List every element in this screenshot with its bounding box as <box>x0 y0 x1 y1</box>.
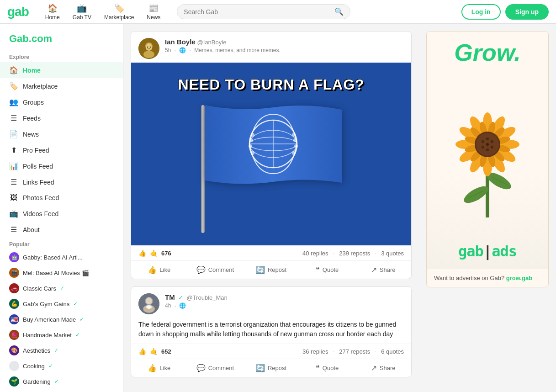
nav-news[interactable]: 📰 News <box>141 1 166 22</box>
post-replies-2[interactable]: 36 replies <box>302 348 328 355</box>
sidebar-item-news[interactable]: 📄 News <box>0 126 123 142</box>
post-reposts-1[interactable]: 239 reposts <box>339 250 370 257</box>
site-logo: gab <box>7 5 29 19</box>
repost-action-2[interactable]: 🔄 Repost <box>243 359 299 377</box>
post-quotes-2[interactable]: 6 quotes <box>381 348 404 355</box>
main-feed: Ian Boyle @IanBoyle 5h · 🌐 · Memes, meme… <box>123 24 419 392</box>
ad-image-area: Grow. <box>427 32 548 269</box>
nav-news-label: News <box>147 14 160 21</box>
nav-home[interactable]: 🏠 Home <box>40 1 65 22</box>
sidebar-item-gardening[interactable]: 🌱 Gardening ✓ <box>0 374 123 389</box>
post-reposts-2[interactable]: 277 reposts <box>339 348 370 355</box>
login-button[interactable]: Log in <box>461 4 501 20</box>
sidebar-item-gabby[interactable]: 🤖 Gabby: Based AI Arti... <box>0 249 123 265</box>
username-text-2[interactable]: TM <box>165 293 175 301</box>
gardening-label: Gardening <box>23 378 51 385</box>
gardening-verified: ✓ <box>54 378 59 385</box>
handle-text-1: @IanBoyle <box>197 39 227 46</box>
post-like-emoji-1: 👍 <box>138 249 146 257</box>
buyamerican-avatar: 🇺🇸 <box>9 314 19 324</box>
comment-icon-2: 💬 <box>196 364 206 372</box>
sidebar-item-mel[interactable]: 🎬 Mel: Based AI Movies 🎬 <box>0 265 123 281</box>
sidebar-item-feeds[interactable]: ☰ Feeds <box>0 110 123 126</box>
feeds-icon: ☰ <box>9 114 18 122</box>
quote-label-1: Quote <box>323 266 339 273</box>
sidebar-item-profeed[interactable]: ⬆ Pro Feed <box>0 142 123 158</box>
signup-button[interactable]: Sign up <box>505 4 549 20</box>
sidebar-item-aesthetics[interactable]: 🎨 Aesthetics ✓ <box>0 343 123 358</box>
sidebar-videosfeed-label: Videos Feed <box>23 210 58 217</box>
marketplace-icon: 🏷️ <box>9 82 18 90</box>
quote-action-2[interactable]: ❝ Quote <box>299 359 355 377</box>
repost-action-1[interactable]: 🔄 Repost <box>243 261 299 279</box>
sidebar-item-videosfeed[interactable]: 📺 Videos Feed <box>0 206 123 222</box>
linksfeed-icon: ☰ <box>9 178 18 186</box>
avatar-image-2 <box>138 293 159 314</box>
sidebar-item-home[interactable]: 🏠 Home <box>0 62 123 78</box>
classiccars-verified: ✓ <box>60 285 64 291</box>
post-replies-1[interactable]: 40 replies <box>302 250 328 257</box>
post-meta-2: TM ✓ @Trouble_Man 4h · 🌐 <box>165 293 404 309</box>
cooking-avatar <box>9 361 19 371</box>
post-avatar-2[interactable] <box>138 293 159 314</box>
post-quotes-1[interactable]: 3 quotes <box>381 250 404 257</box>
comment-action-1[interactable]: 💬 Comment <box>187 261 244 279</box>
svg-point-16 <box>251 151 254 155</box>
like-action-1[interactable]: 👍 Like <box>131 261 187 279</box>
post-header-1: Ian Boyle @IanBoyle 5h · 🌐 · Memes, meme… <box>131 32 411 63</box>
share-label-1: Share <box>380 266 396 273</box>
comment-action-2[interactable]: 💬 Comment <box>187 359 244 377</box>
post-username-1: Ian Boyle @IanBoyle <box>165 38 404 46</box>
sidebar-item-gymgains[interactable]: 💪 Gab's Gym Gains ✓ <box>0 296 123 312</box>
search-input[interactable] <box>184 8 331 16</box>
share-label-2: Share <box>380 365 396 371</box>
aesthetics-label: Aesthetics <box>23 347 50 354</box>
sidebar-item-handmade[interactable]: 🧶 Handmade Market ✓ <box>0 327 123 343</box>
ad-footer-link[interactable]: grow.gab <box>506 275 532 281</box>
sidebar-item-buyamerican[interactable]: 🇺🇸 Buy American Made ✓ <box>0 312 123 327</box>
tv-icon: 📺 <box>77 3 87 13</box>
home-icon: 🏠 <box>48 3 58 13</box>
post-avatar-1[interactable] <box>138 38 159 59</box>
sidebar-item-marketplace[interactable]: 🏷️ Marketplace <box>0 78 123 94</box>
post-header-2: TM ✓ @Trouble_Man 4h · 🌐 <box>131 287 411 318</box>
like-action-2[interactable]: 👍 Like <box>131 359 187 377</box>
cooking-label: Cooking <box>23 363 45 370</box>
share-action-1[interactable]: ↗ Share <box>355 261 411 279</box>
handmade-avatar: 🧶 <box>9 330 19 340</box>
sidebar-item-photosfeed[interactable]: 🖼 Photos Feed <box>0 190 123 206</box>
cooking-verified: ✓ <box>48 363 53 369</box>
sidebar-item-gabalart[interactable]: Gab Al Art ✓ <box>0 389 123 392</box>
quote-action-1[interactable]: ❝ Quote <box>299 261 355 279</box>
sidebar-item-classiccars[interactable]: 🚗 Classic Cars ✓ <box>0 281 123 296</box>
post-count-1: 676 <box>161 250 171 257</box>
sidebar-photosfeed-label: Photos Feed <box>23 194 59 201</box>
meme-bottom-text-1: MAKE IT THIS ONE. <box>188 238 355 245</box>
post-dot-3: · <box>174 302 176 309</box>
sidebar-item-pollsfeed[interactable]: 📊 Polls Feed <box>0 158 123 174</box>
ad-footer: Want to advertise on Gab? grow.gab <box>427 269 548 287</box>
svg-point-65 <box>486 143 489 146</box>
photosfeed-icon: 🖼 <box>9 194 18 202</box>
ad-gablads-text[interactable]: gab|ads <box>458 243 517 260</box>
sidebar-item-groups[interactable]: 👥 Groups <box>0 94 123 110</box>
like-icon-1: 👍 <box>148 265 157 274</box>
svg-point-18 <box>293 138 297 142</box>
sidebar-item-about[interactable]: ☰ About <box>0 222 123 238</box>
gardening-avatar: 🌱 <box>9 376 19 387</box>
ad-card: Grow. <box>426 31 549 287</box>
gymgains-avatar: 💪 <box>9 299 19 309</box>
auth-buttons: Log in Sign up <box>461 4 549 20</box>
ad-footer-text: Want to advertise on Gab? <box>434 275 504 281</box>
post-card-1: Ian Boyle @IanBoyle 5h · 🌐 · Memes, meme… <box>131 31 412 279</box>
share-action-2[interactable]: ↗ Share <box>355 359 411 377</box>
sidebar-item-linksfeed[interactable]: ☰ Links Feed <box>0 174 123 190</box>
repost-icon-2: 🔄 <box>256 364 265 372</box>
nav-marketplace[interactable]: 🏷️ Marketplace <box>99 1 139 22</box>
post-time-row-1: 5h · 🌐 · Memes, memes, and more memes. <box>165 47 404 54</box>
sidebar-item-cooking[interactable]: Cooking ✓ <box>0 358 123 374</box>
svg-point-63 <box>482 146 484 148</box>
nav-marketplace-label: Marketplace <box>104 14 134 21</box>
username-text-1[interactable]: Ian Boyle <box>165 38 196 46</box>
nav-gabtv[interactable]: 📺 Gab TV <box>67 1 97 22</box>
